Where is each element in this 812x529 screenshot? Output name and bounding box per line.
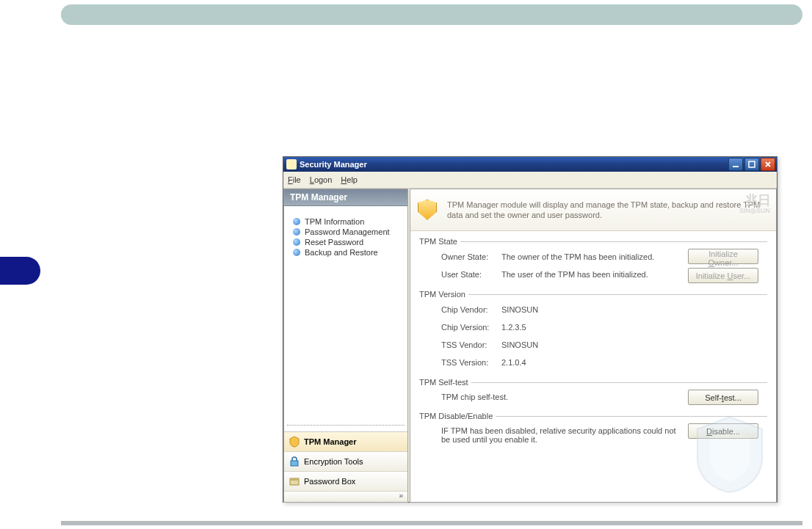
page-header-bar: [61, 4, 802, 25]
group-tpm-version: TPM Version Chip Vendor: SINOSUN Chip Ve…: [419, 290, 767, 369]
content-panel: TPM Manager module will display and mana…: [410, 189, 777, 503]
vendor-logo: 兆日 SIN◎SUN: [720, 194, 770, 220]
nav-backup-restore[interactable]: Backup and Restore: [293, 247, 402, 258]
menu-logon[interactable]: Logon: [310, 175, 333, 184]
bullet-icon: [293, 228, 300, 236]
chevron-down-icon: »: [399, 492, 403, 500]
panel-body: TPM State Owner State: The owner of the …: [410, 231, 776, 502]
sidebar: TPM Manager TPM Information Password Man…: [283, 189, 408, 503]
encryption-tools-icon: [289, 456, 300, 467]
sidebar-collapse-toggle[interactable]: »: [284, 492, 407, 502]
group-heading: TPM State: [419, 237, 767, 246]
group-heading: TPM Disable/Enable: [419, 412, 767, 420]
close-button[interactable]: [761, 158, 775, 171]
chip-vendor-value: SINOSUN: [501, 305, 767, 314]
menu-help-label: elp: [347, 175, 358, 184]
tpm-manager-icon: [289, 436, 300, 448]
group-tpm-state: TPM State Owner State: The owner of the …: [419, 237, 767, 281]
disable-button[interactable]: Disable...: [688, 423, 758, 439]
svg-rect-4: [290, 478, 299, 481]
window-controls: [728, 158, 775, 171]
selftest-desc: TPM chip self-test.: [419, 391, 508, 403]
logo-top: 兆日: [720, 194, 770, 207]
menu-logon-label: ogon: [314, 175, 332, 184]
group-heading: TPM Version: [419, 290, 767, 299]
svg-rect-0: [733, 166, 739, 167]
logo-bottom: SIN◎SUN: [720, 207, 770, 214]
content-banner: TPM Manager module will display and mana…: [410, 189, 776, 231]
minimize-icon: [732, 161, 739, 168]
menu-file-label: ile: [293, 175, 301, 184]
nav-label: Password Management: [305, 227, 390, 236]
nav-password-management[interactable]: Password Management: [293, 227, 402, 237]
chip-version-label: Chip Version:: [441, 323, 501, 332]
password-box-icon: [289, 475, 300, 487]
nav-tree: TPM Information Password Management Rese…: [284, 206, 407, 420]
nav-section-tpm-manager[interactable]: TPM Manager: [284, 432, 407, 452]
nav-section-label: Encryption Tools: [304, 457, 363, 466]
group-tpm-disable-enable: TPM Disable/Enable IF TPM has been disab…: [419, 412, 767, 445]
nav-section-password-box[interactable]: Password Box: [284, 472, 407, 492]
disable-desc: IF TPM has been disabled, relative secur…: [419, 425, 676, 445]
nav-label: Backup and Restore: [305, 248, 378, 257]
tss-vendor-label: TSS Vendor:: [441, 340, 501, 349]
tss-vendor-value: SINOSUN: [501, 340, 767, 349]
bullet-icon: [293, 218, 300, 225]
nav-section-encryption-tools[interactable]: Encryption Tools: [284, 452, 407, 472]
user-state-label: User State:: [441, 270, 501, 279]
menu-file[interactable]: File: [288, 175, 301, 184]
initialize-owner-button[interactable]: Initialize Owner...: [688, 249, 758, 264]
nav-section-label: TPM Manager: [304, 437, 357, 446]
security-manager-window: Security Manager File Logon Help TPM Man…: [283, 156, 777, 503]
shield-icon: [418, 200, 437, 220]
selftest-button[interactable]: Self-test...: [688, 390, 758, 405]
group-tpm-selftest: TPM Self-test TPM chip self-test. Self-t…: [419, 378, 767, 403]
bullet-icon: [293, 249, 300, 256]
sidebar-bottom-nav: TPM Manager Encryption Tools Password Bo…: [284, 431, 407, 502]
sidebar-separator: [287, 425, 405, 431]
titlebar[interactable]: Security Manager: [283, 157, 777, 172]
side-index-tab: [0, 257, 40, 285]
svg-rect-1: [749, 161, 755, 167]
menu-help[interactable]: Help: [341, 175, 358, 184]
bullet-icon: [293, 238, 300, 246]
nav-label: TPM Information: [305, 217, 364, 226]
initialize-user-button[interactable]: Initialize User...: [688, 268, 758, 283]
nav-tpm-information[interactable]: TPM Information: [293, 216, 402, 227]
nav-label: Reset Password: [305, 238, 363, 247]
tss-version-value: 2.1.0.4: [501, 358, 767, 367]
sidebar-header: TPM Manager: [284, 189, 407, 206]
app-icon: [286, 159, 297, 169]
close-icon: [764, 161, 772, 168]
nav-reset-password[interactable]: Reset Password: [293, 237, 402, 247]
page-footer-bar: [61, 521, 802, 525]
maximize-button[interactable]: [744, 158, 759, 171]
group-heading: TPM Self-test: [419, 378, 767, 387]
minimize-button[interactable]: [728, 158, 743, 171]
tss-version-label: TSS Version:: [441, 358, 501, 367]
menubar: File Logon Help: [283, 172, 777, 189]
svg-rect-2: [291, 461, 298, 466]
maximize-icon: [748, 161, 755, 168]
chip-vendor-label: Chip Vendor:: [441, 305, 501, 314]
nav-section-label: Password Box: [304, 477, 355, 486]
owner-state-label: Owner State:: [441, 252, 501, 261]
chip-version-value: 1.2.3.5: [501, 323, 767, 332]
window-title: Security Manager: [300, 160, 728, 169]
